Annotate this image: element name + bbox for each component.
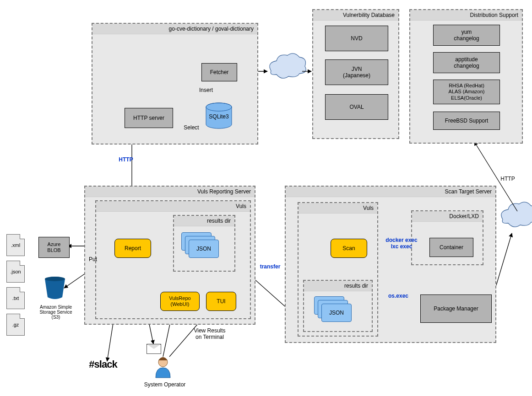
mail-icon [147,344,161,354]
group-resultsdir-scan-title: results dir [304,281,372,291]
nvd-node: NVD [325,26,388,51]
jvn-node: JVN (Japanese) [325,59,388,85]
sqlite-label: SQLite3 [207,113,231,120]
group-vuls-scan-title: Vuls [299,203,377,214]
insert-label: Insert [197,87,215,93]
group-vulndb-title: Vulnerbility Database [313,10,398,21]
apptitude-node: apptitude changelog [433,52,500,73]
file-json: .json [6,261,25,283]
dockerexec-label: docker exec lxc exec [381,237,422,250]
group-scantarget-title: Scan Target Server [286,187,495,197]
transfer-label: transfer [256,263,284,270]
sysop-label: System Operator [137,381,192,388]
cloud-icon [501,202,532,227]
svg-point-22 [45,277,65,281]
json-card: JSON [189,240,219,258]
s3-label: Amazon Simple Storage Service (S3) [33,305,79,320]
azure-node: Azure BLOB [38,237,70,258]
scan-node: Scan [331,239,367,258]
s3-bucket-icon [41,275,69,303]
viewresults-label: View Results on Terminal [187,327,233,340]
rhsa-node: RHSA (RedHat) ALAS (Amazon) ELSA(Oracle) [433,80,500,104]
oval-node: OVAL [325,94,388,120]
file-gz: .gz [6,314,25,336]
select-label: Select [181,124,201,131]
container-node: Container [429,238,473,257]
group-dockerlxd-title: Docker/LXD [412,211,483,222]
http-right-label: HTTP [496,176,519,182]
http-server-node: HTTP server [125,108,173,128]
http-label: HTTP [114,156,137,163]
group-vuls-rep-title: Vuls [96,201,250,212]
slack-label: #slack [82,359,124,370]
file-txt: .txt [6,287,25,309]
report-node: Report [114,239,151,258]
yum-node: yum changelog [433,25,500,46]
file-xml: .xml [6,234,25,256]
system-operator-icon [150,355,176,380]
json-label: JSON [329,310,344,316]
vulsrepo-node: VulsRepo (WebUI) [160,292,200,311]
tui-node: TUI [206,292,236,311]
group-reporting-title: Vuls Reporting Server [85,187,255,197]
fetcher-node: Fetcher [201,63,237,81]
freebsd-node: FreeBSD Support [433,112,500,130]
cloud-icon [270,54,306,78]
group-dict-title: go-cve-dictionary / goval-dictionary [92,24,257,34]
put-label: Put [86,256,100,262]
json-card: JSON [321,304,352,322]
pkgmgr-node: Package Manager [420,294,492,323]
group-distsupport-title: Distribution Support [410,10,522,21]
group-resultsdir-rep-title: results dir [174,216,234,226]
osexec-label: os.exec [385,293,412,299]
json-label: JSON [196,246,211,252]
